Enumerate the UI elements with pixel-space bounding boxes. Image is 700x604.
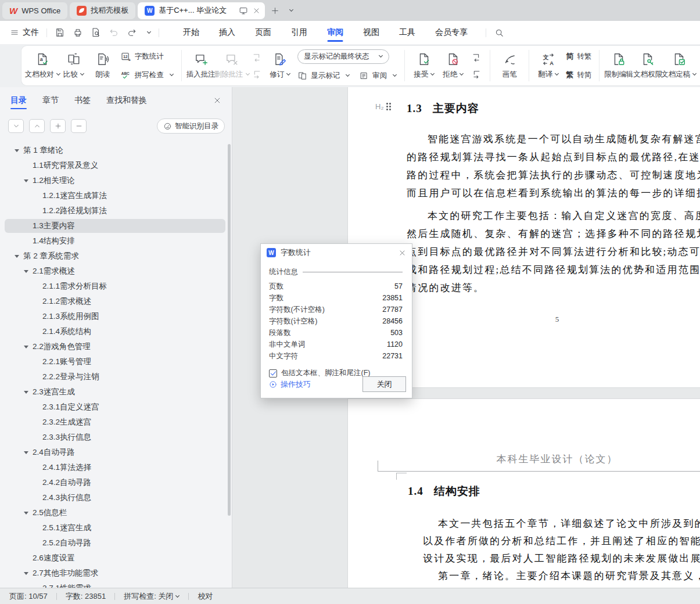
outline-item[interactable]: 2.1.4系统结构 [0, 324, 228, 339]
show-markup-button[interactable]: 显示标记 [297, 69, 350, 82]
outline-item[interactable]: 2.3.2生成迷宫 [0, 415, 228, 430]
sidebar-tab-4[interactable]: 查找和替换 [106, 87, 147, 114]
tab-list-button[interactable] [282, 3, 297, 18]
close-button[interactable]: 关闭 [362, 376, 406, 392]
zoom-out-outline-button[interactable] [71, 119, 87, 133]
outline-item[interactable]: 2.1.2需求概述 [0, 294, 228, 309]
collapse-arrow-icon[interactable] [24, 572, 28, 575]
menu-item-3[interactable]: 页面 [245, 21, 281, 44]
outline-item[interactable]: 2.2.1账号管理 [0, 354, 228, 369]
quick-access-chevron-icon[interactable] [147, 30, 151, 34]
close-dialog-icon[interactable] [399, 249, 406, 257]
track-changes-button[interactable]: 修订 [265, 48, 295, 84]
status-proof[interactable]: 校对 [198, 591, 213, 602]
outline-item[interactable]: 1.1研究背景及意义 [0, 158, 228, 173]
outline-item[interactable]: 1.2.1迷宫生成算法 [0, 188, 228, 203]
outline-item[interactable]: 2.5.1迷宫生成 [0, 520, 228, 535]
outline-item[interactable]: 2.3.3执行信息 [0, 430, 228, 445]
next-comment-button[interactable] [251, 69, 263, 80]
outline-item[interactable]: 2.4.3执行信息 [0, 490, 228, 505]
outline-item[interactable]: 2.1需求概述 [0, 264, 228, 279]
outline-item[interactable]: 2.7其他非功能需求 [0, 566, 228, 581]
outline-item[interactable]: 2.5信息栏 [0, 505, 228, 520]
sidebar-tab-3[interactable]: 书签 [74, 87, 91, 114]
outline-item[interactable]: 1.2相关理论 [0, 173, 228, 188]
collapse-all-button[interactable] [29, 119, 45, 133]
monitor-icon[interactable] [239, 6, 248, 15]
reject-button[interactable]: 拒绝 [439, 48, 468, 84]
traditional-to-simplified-button[interactable]: 繁 转简 [566, 69, 591, 82]
collapse-arrow-icon[interactable] [15, 149, 19, 152]
menu-item-1[interactable]: 开始 [173, 21, 209, 44]
next-change-button[interactable] [471, 69, 482, 80]
outline-item[interactable]: 2.4.2自动寻路 [0, 475, 228, 490]
collapse-arrow-icon[interactable] [24, 451, 28, 454]
compare-button[interactable]: 比较 [59, 48, 88, 84]
zoom-in-outline-button[interactable] [50, 119, 66, 133]
print-preview-icon[interactable] [91, 27, 101, 38]
outline-item[interactable]: 2.2游戏角色管理 [0, 339, 228, 354]
outline-item[interactable]: 2.3迷宫生成 [0, 384, 228, 400]
outline-item[interactable]: 第 2 章系统需求 [0, 249, 228, 264]
redo-icon[interactable] [127, 27, 137, 38]
read-aloud-button[interactable]: 朗读 [88, 48, 117, 84]
doc-proof-button[interactable]: a 文档校对 [26, 48, 59, 84]
collapse-arrow-icon[interactable] [24, 270, 28, 273]
menu-item-6[interactable]: 视图 [353, 21, 389, 44]
collapse-arrow-icon[interactable] [24, 179, 28, 182]
spell-check-button[interactable]: ABC 拼写检查 [120, 69, 174, 82]
outline-item[interactable]: 2.7.1性能需求 [0, 581, 228, 588]
insert-comment-button[interactable]: 插入批注 [186, 48, 216, 84]
collapse-arrow-icon[interactable] [24, 346, 28, 348]
previous-change-button[interactable] [471, 52, 482, 63]
outline-item[interactable]: 2.5.2自动寻路 [0, 535, 228, 551]
sidebar-scrollbar[interactable] [228, 144, 231, 516]
outline-item[interactable]: 2.1.1需求分析目标 [0, 279, 228, 294]
outline-item[interactable]: 2.6速度设置 [0, 551, 228, 566]
sidebar-tab-1[interactable]: 目录 [10, 87, 27, 114]
search-icon[interactable] [494, 28, 504, 38]
menu-item-4[interactable]: 引用 [281, 21, 317, 44]
print-icon[interactable] [73, 27, 83, 38]
simplified-to-traditional-button[interactable]: 简 转繁 [566, 50, 591, 63]
outline-item[interactable]: 1.4结构安排 [0, 233, 228, 249]
tab-document[interactable]: W 基于C++... 毕业论文 [138, 2, 265, 19]
menu-item-8[interactable]: 会员专享 [425, 21, 478, 44]
tips-link[interactable]: 操作技巧 [269, 379, 311, 390]
new-tab-button[interactable] [267, 3, 282, 18]
outline-item[interactable]: 2.3.1自定义迷宫 [0, 400, 228, 415]
status-spellcheck[interactable]: 拼写检查: 关闭 [124, 591, 173, 602]
word-count-button[interactable]: 12+ 字数统计 [120, 50, 174, 63]
heading-level-badge[interactable]: H₂ [375, 102, 391, 111]
collapse-arrow-icon[interactable] [24, 512, 28, 515]
status-word-count[interactable]: 字数: 23851 [66, 591, 106, 602]
chevron-down-icon[interactable] [175, 593, 180, 597]
translate-button[interactable]: 文A 翻译 [534, 48, 563, 84]
collapse-arrow-icon[interactable] [24, 391, 28, 394]
delete-comment-button[interactable]: 删除批注 [216, 48, 249, 84]
sidebar-tab-2[interactable]: 章节 [42, 87, 59, 114]
file-menu-button[interactable]: 文件 [0, 21, 46, 44]
tab-docer-templates[interactable]: 找稻壳模板 [70, 2, 135, 19]
status-page[interactable]: 页面: 10/57 [9, 591, 48, 602]
dialog-title-bar[interactable]: W 字数统计 [261, 244, 412, 261]
document-page-6[interactable]: 本科生毕业设计（论文） 1.4结构安排 本文一共包括五个章节，详细叙述了论文中所… [348, 399, 700, 588]
menu-item-5[interactable]: 审阅 [317, 21, 353, 44]
tab-wps-home[interactable]: W WPS Office [2, 2, 67, 19]
previous-comment-button[interactable] [251, 52, 263, 63]
outline-item[interactable]: 2.4.1算法选择 [0, 460, 228, 475]
drag-handle-icon[interactable] [386, 103, 391, 110]
accept-button[interactable]: 接受 [410, 48, 439, 84]
doc-permission-button[interactable]: 文档权限 [633, 48, 662, 84]
close-pane-icon[interactable] [213, 96, 221, 105]
expand-all-button[interactable] [8, 119, 24, 133]
collapse-arrow-icon[interactable] [15, 255, 19, 258]
outline-item[interactable]: 2.4自动寻路 [0, 445, 228, 460]
outline-item[interactable]: 2.2.2登录与注销 [0, 369, 228, 384]
markup-state-select[interactable]: 显示标记的最终状态 [297, 49, 389, 64]
outline-item[interactable]: 1.2.2路径规划算法 [0, 203, 228, 218]
doc-final-button[interactable]: 文档定稿 [662, 48, 695, 84]
menu-item-7[interactable]: 工具 [389, 21, 425, 44]
close-tab-icon[interactable] [253, 7, 260, 15]
outline-item[interactable]: 第 1 章绪论 [0, 143, 228, 158]
